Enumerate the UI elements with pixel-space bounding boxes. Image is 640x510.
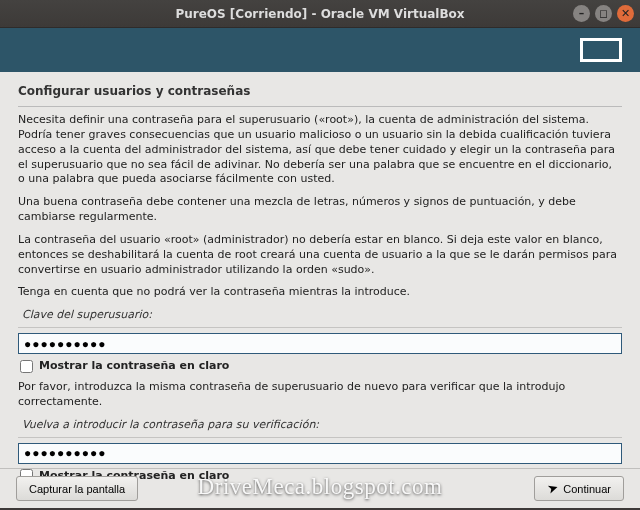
p5: Por favor, introduzca la misma contraseñ… bbox=[18, 380, 622, 410]
password-label-1: Clave del superusuario: bbox=[22, 308, 622, 323]
maximize-icon[interactable]: ◻ bbox=[595, 5, 612, 22]
section-title: Configurar usuarios y contraseñas bbox=[18, 84, 622, 98]
show-password-1-row[interactable]: Mostrar la contraseña en claro bbox=[20, 359, 622, 374]
banner-logo bbox=[580, 38, 622, 62]
minimize-icon[interactable]: – bbox=[573, 5, 590, 22]
close-icon[interactable]: ✕ bbox=[617, 5, 634, 22]
continue-button[interactable]: ➤ Continuar bbox=[534, 476, 624, 501]
root-password-confirm-input[interactable] bbox=[18, 443, 622, 464]
p3: La contraseña del usuario «root» (admini… bbox=[18, 233, 622, 278]
instruction-text: Necesita definir una contraseña para el … bbox=[18, 113, 622, 483]
p1: Necesita definir una contraseña para el … bbox=[18, 113, 622, 187]
p4: Tenga en cuenta que no podrá ver la cont… bbox=[18, 285, 622, 300]
cursor-icon: ➤ bbox=[545, 480, 560, 498]
p2: Una buena contraseña debe contener una m… bbox=[18, 195, 622, 225]
installer-content: Configurar usuarios y contraseñas Necesi… bbox=[0, 72, 640, 468]
screenshot-button[interactable]: Capturar la pantalla bbox=[16, 476, 138, 501]
show-password-1-label: Mostrar la contraseña en claro bbox=[39, 359, 229, 374]
window-controls: – ◻ ✕ bbox=[573, 5, 634, 22]
password-label-2: Vuelva a introducir la contraseña para s… bbox=[22, 418, 622, 433]
continue-label: Continuar bbox=[563, 483, 611, 495]
window-title: PureOS [Corriendo] - Oracle VM VirtualBo… bbox=[175, 7, 464, 21]
installer-banner bbox=[0, 28, 640, 72]
titlebar: PureOS [Corriendo] - Oracle VM VirtualBo… bbox=[0, 0, 640, 28]
screenshot-label: Capturar la pantalla bbox=[29, 483, 125, 495]
show-password-1-checkbox[interactable] bbox=[20, 360, 33, 373]
root-password-input[interactable] bbox=[18, 333, 622, 354]
